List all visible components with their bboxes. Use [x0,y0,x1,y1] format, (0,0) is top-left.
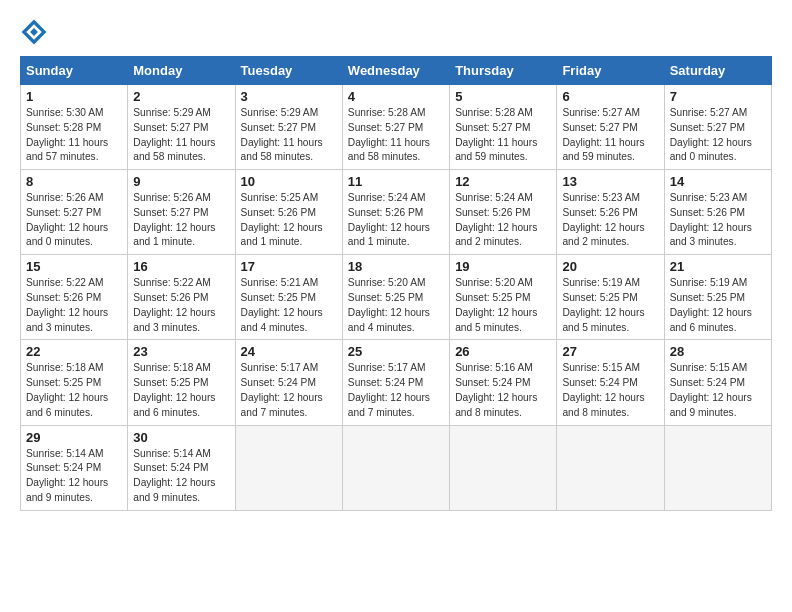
calendar-cell: 3 Sunrise: 5:29 AMSunset: 5:27 PMDayligh… [235,85,342,170]
calendar-cell [664,425,771,510]
calendar-cell: 12 Sunrise: 5:24 AMSunset: 5:26 PMDaylig… [450,170,557,255]
day-number: 15 [26,259,122,274]
calendar-cell: 19 Sunrise: 5:20 AMSunset: 5:25 PMDaylig… [450,255,557,340]
day-number: 24 [241,344,337,359]
weekday-friday: Friday [557,57,664,85]
day-number: 9 [133,174,229,189]
header [20,18,772,46]
weekday-saturday: Saturday [664,57,771,85]
day-info: Sunrise: 5:19 AMSunset: 5:25 PMDaylight:… [670,277,752,332]
day-info: Sunrise: 5:22 AMSunset: 5:26 PMDaylight:… [26,277,108,332]
day-info: Sunrise: 5:30 AMSunset: 5:28 PMDaylight:… [26,107,108,162]
calendar-cell: 2 Sunrise: 5:29 AMSunset: 5:27 PMDayligh… [128,85,235,170]
calendar-cell: 6 Sunrise: 5:27 AMSunset: 5:27 PMDayligh… [557,85,664,170]
calendar-cell: 24 Sunrise: 5:17 AMSunset: 5:24 PMDaylig… [235,340,342,425]
calendar-cell: 13 Sunrise: 5:23 AMSunset: 5:26 PMDaylig… [557,170,664,255]
calendar-cell: 14 Sunrise: 5:23 AMSunset: 5:26 PMDaylig… [664,170,771,255]
day-info: Sunrise: 5:17 AMSunset: 5:24 PMDaylight:… [241,362,323,417]
logo [20,18,52,46]
day-info: Sunrise: 5:17 AMSunset: 5:24 PMDaylight:… [348,362,430,417]
day-info: Sunrise: 5:14 AMSunset: 5:24 PMDaylight:… [133,448,215,503]
day-number: 27 [562,344,658,359]
day-number: 5 [455,89,551,104]
day-info: Sunrise: 5:18 AMSunset: 5:25 PMDaylight:… [26,362,108,417]
day-number: 22 [26,344,122,359]
calendar-cell: 27 Sunrise: 5:15 AMSunset: 5:24 PMDaylig… [557,340,664,425]
calendar-cell: 30 Sunrise: 5:14 AMSunset: 5:24 PMDaylig… [128,425,235,510]
weekday-wednesday: Wednesday [342,57,449,85]
day-info: Sunrise: 5:22 AMSunset: 5:26 PMDaylight:… [133,277,215,332]
weekday-header-row: SundayMondayTuesdayWednesdayThursdayFrid… [21,57,772,85]
calendar-cell [235,425,342,510]
calendar-cell: 4 Sunrise: 5:28 AMSunset: 5:27 PMDayligh… [342,85,449,170]
week-row-1: 8 Sunrise: 5:26 AMSunset: 5:27 PMDayligh… [21,170,772,255]
day-number: 7 [670,89,766,104]
day-number: 3 [241,89,337,104]
day-number: 14 [670,174,766,189]
calendar-cell: 20 Sunrise: 5:19 AMSunset: 5:25 PMDaylig… [557,255,664,340]
calendar-cell: 28 Sunrise: 5:15 AMSunset: 5:24 PMDaylig… [664,340,771,425]
calendar-cell: 26 Sunrise: 5:16 AMSunset: 5:24 PMDaylig… [450,340,557,425]
day-number: 11 [348,174,444,189]
day-number: 12 [455,174,551,189]
day-number: 17 [241,259,337,274]
calendar-cell: 25 Sunrise: 5:17 AMSunset: 5:24 PMDaylig… [342,340,449,425]
week-row-3: 22 Sunrise: 5:18 AMSunset: 5:25 PMDaylig… [21,340,772,425]
day-info: Sunrise: 5:20 AMSunset: 5:25 PMDaylight:… [348,277,430,332]
day-info: Sunrise: 5:21 AMSunset: 5:25 PMDaylight:… [241,277,323,332]
day-number: 19 [455,259,551,274]
day-info: Sunrise: 5:15 AMSunset: 5:24 PMDaylight:… [670,362,752,417]
weekday-monday: Monday [128,57,235,85]
calendar-cell: 10 Sunrise: 5:25 AMSunset: 5:26 PMDaylig… [235,170,342,255]
week-row-0: 1 Sunrise: 5:30 AMSunset: 5:28 PMDayligh… [21,85,772,170]
calendar-cell: 23 Sunrise: 5:18 AMSunset: 5:25 PMDaylig… [128,340,235,425]
day-info: Sunrise: 5:16 AMSunset: 5:24 PMDaylight:… [455,362,537,417]
day-number: 23 [133,344,229,359]
calendar-cell: 9 Sunrise: 5:26 AMSunset: 5:27 PMDayligh… [128,170,235,255]
calendar-cell: 22 Sunrise: 5:18 AMSunset: 5:25 PMDaylig… [21,340,128,425]
day-info: Sunrise: 5:14 AMSunset: 5:24 PMDaylight:… [26,448,108,503]
calendar-cell [450,425,557,510]
day-number: 26 [455,344,551,359]
day-info: Sunrise: 5:24 AMSunset: 5:26 PMDaylight:… [455,192,537,247]
calendar-cell: 8 Sunrise: 5:26 AMSunset: 5:27 PMDayligh… [21,170,128,255]
day-info: Sunrise: 5:19 AMSunset: 5:25 PMDaylight:… [562,277,644,332]
day-info: Sunrise: 5:29 AMSunset: 5:27 PMDaylight:… [241,107,323,162]
day-info: Sunrise: 5:27 AMSunset: 5:27 PMDaylight:… [562,107,644,162]
day-number: 1 [26,89,122,104]
day-info: Sunrise: 5:28 AMSunset: 5:27 PMDaylight:… [348,107,430,162]
calendar-cell: 17 Sunrise: 5:21 AMSunset: 5:25 PMDaylig… [235,255,342,340]
day-info: Sunrise: 5:23 AMSunset: 5:26 PMDaylight:… [670,192,752,247]
calendar-cell: 5 Sunrise: 5:28 AMSunset: 5:27 PMDayligh… [450,85,557,170]
day-info: Sunrise: 5:28 AMSunset: 5:27 PMDaylight:… [455,107,537,162]
day-info: Sunrise: 5:18 AMSunset: 5:25 PMDaylight:… [133,362,215,417]
weekday-sunday: Sunday [21,57,128,85]
day-number: 21 [670,259,766,274]
day-number: 4 [348,89,444,104]
day-number: 10 [241,174,337,189]
day-info: Sunrise: 5:15 AMSunset: 5:24 PMDaylight:… [562,362,644,417]
day-number: 6 [562,89,658,104]
calendar-cell: 16 Sunrise: 5:22 AMSunset: 5:26 PMDaylig… [128,255,235,340]
day-info: Sunrise: 5:26 AMSunset: 5:27 PMDaylight:… [133,192,215,247]
weekday-tuesday: Tuesday [235,57,342,85]
calendar-cell: 1 Sunrise: 5:30 AMSunset: 5:28 PMDayligh… [21,85,128,170]
day-number: 28 [670,344,766,359]
calendar-body: 1 Sunrise: 5:30 AMSunset: 5:28 PMDayligh… [21,85,772,511]
calendar-cell: 7 Sunrise: 5:27 AMSunset: 5:27 PMDayligh… [664,85,771,170]
day-info: Sunrise: 5:20 AMSunset: 5:25 PMDaylight:… [455,277,537,332]
calendar-cell: 11 Sunrise: 5:24 AMSunset: 5:26 PMDaylig… [342,170,449,255]
logo-icon [20,18,48,46]
calendar-cell: 15 Sunrise: 5:22 AMSunset: 5:26 PMDaylig… [21,255,128,340]
week-row-4: 29 Sunrise: 5:14 AMSunset: 5:24 PMDaylig… [21,425,772,510]
day-info: Sunrise: 5:26 AMSunset: 5:27 PMDaylight:… [26,192,108,247]
day-info: Sunrise: 5:23 AMSunset: 5:26 PMDaylight:… [562,192,644,247]
day-number: 8 [26,174,122,189]
calendar-cell [342,425,449,510]
day-number: 30 [133,430,229,445]
page: SundayMondayTuesdayWednesdayThursdayFrid… [0,0,792,612]
day-info: Sunrise: 5:29 AMSunset: 5:27 PMDaylight:… [133,107,215,162]
day-number: 13 [562,174,658,189]
day-number: 18 [348,259,444,274]
weekday-thursday: Thursday [450,57,557,85]
